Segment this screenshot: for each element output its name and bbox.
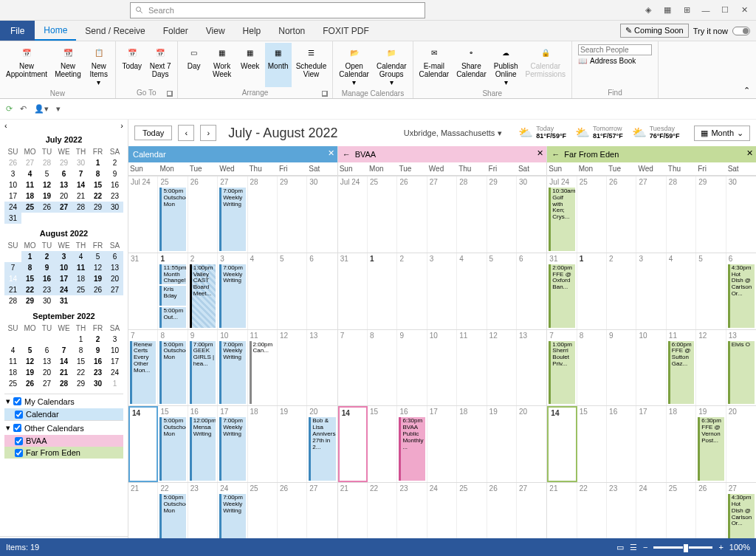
day-cell[interactable]: 2: [397, 253, 427, 329]
day-cell[interactable]: 6: [517, 253, 546, 329]
day-cell[interactable]: 14: [338, 406, 368, 482]
day-cell[interactable]: 25: [577, 176, 607, 253]
mini-cal-day[interactable]: 30: [72, 157, 89, 168]
mini-cal-day[interactable]: [21, 213, 38, 224]
mini-cal-day[interactable]: 1: [106, 378, 123, 389]
day-cell[interactable]: 64:30pm Hot Dish @ Carlson Or...: [726, 253, 756, 329]
mini-cal-day[interactable]: [72, 213, 89, 224]
day-cell[interactable]: 27: [427, 176, 457, 253]
mini-cal-day[interactable]: 29: [21, 295, 38, 306]
mini-cal-day[interactable]: [4, 251, 21, 262]
mini-cal-day[interactable]: 31: [4, 213, 21, 224]
mini-cal-day[interactable]: 24: [106, 367, 123, 378]
day-cell[interactable]: 12: [278, 330, 307, 406]
calendar-permissions-button[interactable]: 🔒Calendar Permissions: [523, 43, 568, 88]
day-cell[interactable]: 27: [636, 176, 666, 253]
calendar-event[interactable]: 5:00pm Outschool Mon: [159, 417, 185, 481]
mini-cal-day[interactable]: 30: [89, 378, 106, 389]
tab-foxit[interactable]: FOXIT PDF: [314, 22, 377, 40]
mini-cal-day[interactable]: 17: [55, 273, 72, 284]
day-cell[interactable]: 30: [517, 176, 546, 253]
mini-cal-day[interactable]: 12: [89, 262, 106, 273]
day-cell[interactable]: 26: [188, 176, 218, 253]
other-calendars-group[interactable]: ▾Other Calendars: [4, 420, 123, 435]
day-cell[interactable]: 1: [577, 253, 607, 329]
day-cell[interactable]: 18: [457, 406, 487, 482]
tab-file[interactable]: File: [0, 21, 35, 41]
mini-cal-day[interactable]: 6: [38, 345, 55, 356]
mini-cal-day[interactable]: 31: [55, 295, 72, 306]
mini-cal-day[interactable]: 6: [106, 251, 123, 262]
mini-cal-day[interactable]: [106, 213, 123, 224]
today-button[interactable]: 📅Today: [119, 43, 145, 87]
new-items-button[interactable]: 📋New Items▾: [86, 43, 112, 88]
diamond-icon[interactable]: ◈: [639, 1, 657, 19]
close-column-icon[interactable]: ✕: [537, 148, 543, 158]
ribbon-collapse-button[interactable]: ⌃: [738, 83, 756, 98]
prev-month-button[interactable]: ‹: [4, 121, 7, 130]
mini-cal-day[interactable]: 11: [72, 262, 89, 273]
mini-cal-day[interactable]: 8: [21, 262, 38, 273]
try-it-toggle[interactable]: [732, 27, 750, 35]
mini-cal-day[interactable]: 11: [4, 356, 21, 367]
next7-button[interactable]: 📅Next 7 Days: [147, 43, 174, 87]
my-calendars-group[interactable]: ▾My Calendars: [4, 394, 123, 408]
day-view-button[interactable]: ▭Day: [181, 43, 207, 87]
mini-cal-day[interactable]: 17: [106, 356, 123, 367]
email-calendar-button[interactable]: ✉E-mail Calendar: [416, 43, 453, 88]
undo-icon[interactable]: ↶: [20, 104, 27, 114]
calendar-item-bvaa[interactable]: BVAA: [4, 435, 123, 447]
coming-soon-button[interactable]: ✎ Coming Soon: [620, 24, 689, 38]
mini-cal-day[interactable]: 19: [21, 367, 38, 378]
day-cell[interactable]: 4: [248, 253, 278, 329]
mini-cal-day[interactable]: 25: [72, 284, 89, 295]
mini-cal-day[interactable]: 16: [106, 179, 123, 191]
zoom-out-button[interactable]: −: [643, 543, 647, 552]
mini-cal-day[interactable]: 21: [55, 367, 72, 378]
close-column-icon[interactable]: ✕: [328, 148, 334, 158]
day-cell[interactable]: 8: [577, 330, 607, 406]
calendar-event[interactable]: 12:00pm Mensa Writing: [190, 417, 216, 481]
mini-cal-day[interactable]: 25: [4, 378, 21, 389]
close-button[interactable]: ✕: [735, 1, 753, 19]
mini-cal-day[interactable]: 5: [89, 251, 106, 262]
day-cell[interactable]: 13: [517, 330, 546, 406]
calendar-event[interactable]: 7:00pm Weekly Writing: [219, 264, 245, 328]
day-cell[interactable]: 312:00pm FFE @ Oxford Ban...: [547, 253, 577, 329]
mini-cal-day[interactable]: 22: [21, 284, 38, 295]
mini-cal-day[interactable]: 19: [89, 273, 106, 284]
bvaa-checkbox[interactable]: [15, 437, 23, 445]
mini-cal-day[interactable]: 7: [72, 168, 89, 179]
week-view-button[interactable]: ▦Week: [237, 43, 264, 87]
day-cell[interactable]: 14: [128, 406, 158, 482]
mini-cal-day[interactable]: 23: [89, 367, 106, 378]
calendar-event[interactable]: Bob & Lisa Anniversary 27th in 2...: [309, 417, 335, 481]
calendar-event[interactable]: 7:00pm Weekly Writing: [219, 417, 245, 481]
sync-icon[interactable]: ⟳: [6, 104, 13, 114]
mini-cal-day[interactable]: [89, 295, 106, 306]
day-cell[interactable]: 16: [607, 406, 636, 482]
mini-cal-day[interactable]: 30: [106, 202, 123, 213]
calendar-groups-button[interactable]: 📁Calendar Groups▾: [374, 43, 410, 88]
calendar-event[interactable]: 2:00pm FFE @ Oxford Ban...: [549, 264, 574, 328]
day-cell[interactable]: 5: [696, 253, 726, 329]
mini-cal-day[interactable]: 26: [21, 378, 38, 389]
mini-cal-day[interactable]: 2: [106, 157, 123, 168]
share-calendar-button[interactable]: ⚬Share Calendar: [453, 43, 489, 88]
day-cell[interactable]: 85:00pm Outschool Mon: [158, 330, 188, 406]
calendar-event[interactable]: Elvis O: [728, 341, 755, 405]
day-cell[interactable]: 12: [487, 330, 517, 406]
day-cell[interactable]: 20: [726, 406, 756, 482]
mini-cal-day[interactable]: [38, 334, 55, 345]
mini-cal-day[interactable]: 1: [89, 157, 106, 168]
day-cell[interactable]: 19: [487, 406, 517, 482]
calendar-event[interactable]: 1:00pm Valley CAST Board Meet...: [190, 264, 216, 328]
mini-cal-day[interactable]: 11: [21, 179, 38, 191]
calendar-checkbox[interactable]: [15, 411, 23, 419]
mini-cal-day[interactable]: 3: [106, 334, 123, 345]
day-cell[interactable]: 18: [248, 406, 278, 482]
mini-cal-day[interactable]: 12: [38, 179, 55, 191]
day-cell[interactable]: 277:00pm Weekly Writing: [218, 176, 247, 253]
ffe-checkbox[interactable]: [15, 449, 23, 457]
day-cell[interactable]: 29: [696, 176, 726, 253]
